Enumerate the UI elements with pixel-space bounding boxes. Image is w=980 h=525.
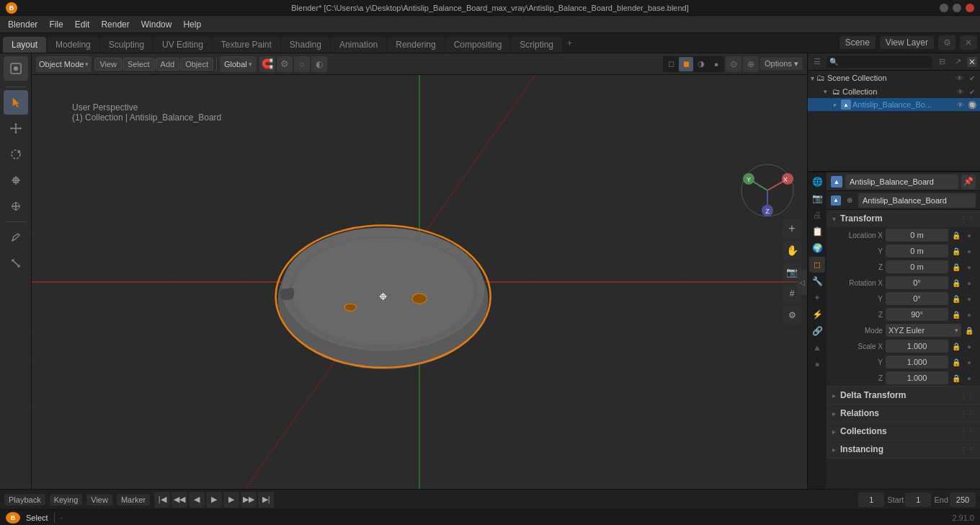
scale-y-lock[interactable]: 🔒 <box>951 358 961 366</box>
zoom-in-button[interactable]: + <box>783 219 801 238</box>
view-menu-button[interactable]: View <box>94 58 122 71</box>
transform-tool-button[interactable] <box>4 194 28 219</box>
location-x-lock[interactable]: 🔒 <box>951 231 961 239</box>
instancing-section-header[interactable]: ▸ Instancing ⋮⋮ <box>827 441 980 458</box>
prop-scene-button[interactable]: 🌐 <box>809 174 825 190</box>
data-name-field[interactable]: Antislip_Balance_Board <box>858 193 976 208</box>
rotation-z-anim[interactable]: ● <box>964 311 974 319</box>
mode-selector[interactable] <box>4 56 28 81</box>
menu-window[interactable]: Window <box>136 18 177 31</box>
workspace-settings-button[interactable]: ⚙ <box>938 35 956 50</box>
orbit-gizmo[interactable]: X Y Z <box>739 162 796 219</box>
collapse-sidebar-button[interactable]: ◁ <box>797 269 807 295</box>
scene-collection-visibility-button[interactable]: 👁 <box>955 73 965 83</box>
transform-section-header[interactable]: ▾ Transform ⋮⋮ <box>827 210 980 227</box>
rotation-z-lock[interactable]: 🔒 <box>951 311 961 319</box>
prop-data-button[interactable]: ▲ <box>809 340 825 356</box>
scale-x-lock[interactable]: 🔒 <box>951 343 961 350</box>
select-menu-button[interactable]: Select <box>122 58 155 71</box>
tab-shading[interactable]: Shading <box>281 37 330 53</box>
location-x-field[interactable]: 0 m <box>886 229 948 242</box>
menu-blender[interactable]: Blender <box>3 18 43 31</box>
next-keyframe-button[interactable]: ▶ <box>223 492 239 508</box>
location-y-anim[interactable]: ● <box>964 247 974 255</box>
marker-menu-button[interactable]: Marker <box>117 494 150 506</box>
view-menu-button-tl[interactable]: View <box>86 494 112 506</box>
rotation-x-anim[interactable]: ● <box>964 279 974 287</box>
tab-scripting[interactable]: Scripting <box>511 37 562 53</box>
collection-exclude-button[interactable]: ✔ <box>967 87 977 97</box>
outliner-filter-button[interactable]: ⊟ <box>935 56 948 69</box>
rotation-y-anim[interactable]: ● <box>964 295 974 303</box>
scale-x-field[interactable]: 1.000 <box>886 340 948 353</box>
collections-section-header[interactable]: ▸ Collections ⋮⋮ <box>827 423 980 440</box>
playback-menu-button[interactable]: Playback <box>4 494 45 506</box>
workspace-close-button[interactable]: ✕ <box>960 35 977 50</box>
add-workspace-button[interactable]: + <box>563 37 576 50</box>
prop-view-layer-button[interactable]: 📋 <box>809 224 825 239</box>
outliner-search-input[interactable]: 🔍 <box>827 56 932 68</box>
location-y-field[interactable]: 0 m <box>886 244 948 257</box>
play-button[interactable]: ▶ <box>206 492 222 508</box>
proportional-connected-button[interactable]: ◐ <box>311 56 327 72</box>
object-expand-icon[interactable]: ▸ <box>831 101 839 108</box>
relations-section-header[interactable]: ▸ Relations ⋮⋮ <box>827 405 980 422</box>
start-frame-field[interactable]: 1 <box>905 493 931 507</box>
object-item[interactable]: ▸ ▲ Antislip_Balance_Bo... 👁 🔘 <box>808 98 980 111</box>
view-layer-selector[interactable]: View Layer <box>880 36 934 49</box>
transform-pin-icon[interactable]: ⋮⋮ <box>960 215 974 223</box>
scale-y-anim[interactable]: ● <box>964 358 974 366</box>
data-link-button[interactable]: ⊕ <box>844 195 855 206</box>
tab-layout[interactable]: Layout <box>3 37 46 53</box>
prop-render-button[interactable]: 📷 <box>809 190 825 206</box>
scale-y-field[interactable]: 1.000 <box>886 356 948 369</box>
pan-button[interactable]: ✋ <box>783 241 801 260</box>
jump-to-start-button[interactable]: |◀ <box>154 492 170 508</box>
menu-help[interactable]: Help <box>178 18 206 31</box>
rotation-x-lock[interactable]: 🔒 <box>951 279 961 287</box>
object-select-button[interactable]: 🔘 <box>967 100 977 110</box>
move-tool-button[interactable] <box>4 116 28 141</box>
object-pin-button[interactable]: 📌 <box>961 175 976 189</box>
tab-uv-editing[interactable]: UV Editing <box>153 37 212 53</box>
wireframe-shading-button[interactable]: ◻ <box>664 57 678 71</box>
collections-pin[interactable]: ⋮⋮ <box>960 428 974 436</box>
add-menu-button[interactable]: Add <box>156 58 180 71</box>
prop-physics-button[interactable]: ⚡ <box>809 306 825 322</box>
scene-collection-exclude-button[interactable]: ✔ <box>967 73 977 83</box>
outliner-menu-button[interactable]: ☰ <box>811 56 824 69</box>
gizmo-button[interactable]: ⊕ <box>743 56 759 72</box>
prop-output-button[interactable]: 🖨 <box>809 207 825 223</box>
keying-menu-button[interactable]: Keying <box>50 494 83 506</box>
outliner-sync-button[interactable]: ↗ <box>951 56 964 69</box>
rotation-y-field[interactable]: 0° <box>886 292 948 305</box>
snap-settings-button[interactable]: ⚙ <box>277 56 293 72</box>
scale-z-anim[interactable]: ● <box>964 374 974 382</box>
prop-modifier-button[interactable]: 🔧 <box>809 273 825 289</box>
rendered-shading-button[interactable]: ● <box>709 57 723 71</box>
object-visibility-button[interactable]: 👁 <box>956 100 966 110</box>
location-z-field[interactable]: 0 m <box>886 260 948 273</box>
options-button[interactable]: Options ▾ <box>760 58 803 70</box>
prev-keyframe-button[interactable]: ◀ <box>189 492 205 508</box>
annotate-tool-button[interactable] <box>4 225 28 250</box>
step-back-button[interactable]: ◀◀ <box>172 492 187 508</box>
viewport[interactable]: Object Mode ▾ View Select Add Object Glo… <box>32 53 807 489</box>
tool-settings-button[interactable]: ⚙ <box>783 306 801 325</box>
proportional-edit-button[interactable]: ○ <box>294 56 310 72</box>
tab-modeling[interactable]: Modeling <box>47 37 99 53</box>
scene-collection-item[interactable]: ▾ 🗂 Scene Collection 👁 ✔ <box>808 71 980 85</box>
prop-constraints-button[interactable]: 🔗 <box>809 323 825 339</box>
rotation-x-field[interactable]: 0° <box>886 276 948 289</box>
maximize-button[interactable]: □ <box>953 4 961 12</box>
minimize-button[interactable]: — <box>940 4 948 12</box>
tab-animation[interactable]: Animation <box>331 37 386 53</box>
outliner-close-button[interactable]: ✕ <box>967 57 977 67</box>
tab-sculpting[interactable]: Sculpting <box>100 37 153 53</box>
location-y-lock[interactable]: 🔒 <box>951 247 961 255</box>
prop-particles-button[interactable]: ✦ <box>809 290 825 306</box>
scale-x-anim[interactable]: ● <box>964 343 974 350</box>
rotation-z-field[interactable]: 90° <box>886 308 948 321</box>
step-fwd-button[interactable]: ▶▶ <box>241 492 257 508</box>
prop-object-button[interactable]: ◻ <box>809 257 825 273</box>
